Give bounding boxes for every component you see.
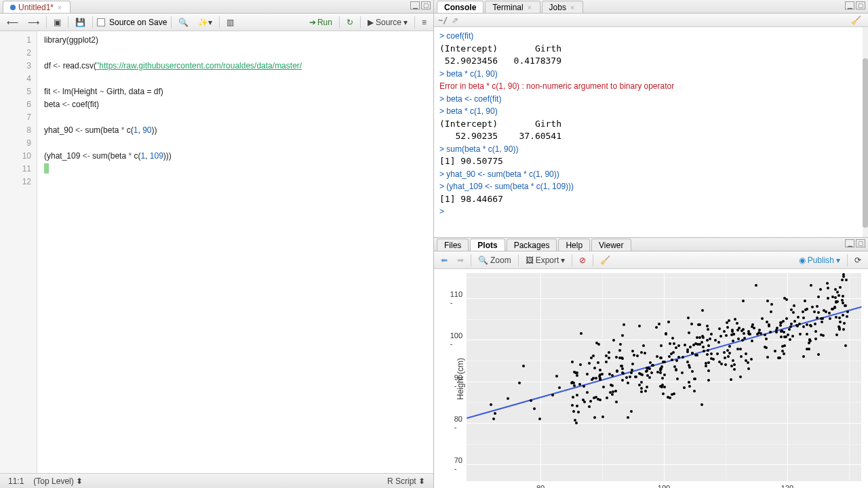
tab-jobs[interactable]: Jobs× <box>542 1 583 13</box>
maximize-pane-icon[interactable]: ▢ <box>421 1 431 9</box>
minimize-pane-icon[interactable]: ▁ <box>845 239 854 247</box>
code-editor[interactable]: 123456789101112 library(ggplot2) df <- r… <box>0 31 433 473</box>
source-label: Source <box>376 18 401 27</box>
editor-toolbar: ⟵ ⟶ ▣ 💾 Source on Save 🔍 ✨▾ ▥ ➔ Run ↻ ▶ … <box>0 14 433 31</box>
tab-viewer[interactable]: Viewer <box>591 239 631 251</box>
tab-packages[interactable]: Packages <box>507 239 557 251</box>
refresh-plot-icon[interactable]: ⟳ <box>852 254 864 266</box>
minimize-pane-icon[interactable]: ▁ <box>845 1 854 9</box>
publish-button[interactable]: ◉ Publish ▾ <box>796 254 843 266</box>
language-selector[interactable]: R Script ⬍ <box>387 476 425 486</box>
close-icon[interactable]: × <box>526 4 533 12</box>
notebook-icon[interactable]: ▥ <box>224 16 237 28</box>
console-tabbar: Console Terminal× Jobs× ▁ ▢ <box>434 0 868 14</box>
run-button[interactable]: ➔ Run <box>307 16 335 28</box>
save-icon[interactable]: 💾 <box>73 16 88 28</box>
source-on-save-checkbox[interactable] <box>97 18 105 26</box>
back-icon[interactable]: ⟵ <box>4 16 21 28</box>
close-icon[interactable]: × <box>569 4 576 12</box>
line-gutter: 123456789101112 <box>0 31 37 473</box>
plot-canvas: Height (cm) 70 -80 -90 -100 -110 -801001… <box>434 269 868 488</box>
run-label: Run <box>317 18 332 27</box>
plot-prev-icon[interactable]: ⬅ <box>438 254 450 266</box>
remove-plot-icon[interactable]: ⊘ <box>576 254 589 266</box>
minimize-pane-icon[interactable]: ▁ <box>410 1 420 9</box>
editor-tab[interactable]: Untitled1* × <box>3 1 71 13</box>
source-button[interactable]: ▶ Source ▾ <box>365 16 410 28</box>
maximize-pane-icon[interactable]: ▢ <box>856 1 865 9</box>
maximize-pane-icon[interactable]: ▢ <box>856 239 865 247</box>
console-toolbar: ~/ ⇗ 🧹 <box>434 14 868 27</box>
cursor-position: 11:1 <box>8 476 24 486</box>
tab-terminal[interactable]: Terminal× <box>485 1 540 13</box>
plot-next-icon[interactable]: ➡ <box>454 254 467 266</box>
tab-console[interactable]: Console <box>437 1 484 13</box>
r-file-icon <box>10 5 16 10</box>
source-on-save-label: Source on Save <box>109 18 167 27</box>
clear-plots-icon[interactable]: 🧹 <box>597 254 613 266</box>
wand-icon[interactable]: ✨▾ <box>195 16 215 28</box>
editor-statusbar: 11:1 (Top Level) ⬍ R Script ⬍ <box>0 473 433 488</box>
tab-plots[interactable]: Plots <box>470 239 505 251</box>
export-button[interactable]: 🖼 Export ▾ <box>523 254 568 266</box>
scrollbar-thumb[interactable] <box>863 58 868 228</box>
scope-selector[interactable]: (Top Level) ⬍ <box>33 476 83 486</box>
wd-popout-icon[interactable]: ⇗ <box>452 16 458 25</box>
show-in-new-window-icon[interactable]: ▣ <box>51 16 64 28</box>
code-area[interactable]: library(ggplot2) df <- read.csv("https:/… <box>37 31 433 473</box>
clear-console-icon[interactable]: 🧹 <box>848 14 864 26</box>
plots-toolbar: ⬅ ➡ 🔍 Zoom 🖼 Export ▾ ⊘ 🧹 ◉ Publish ▾ ⟳ <box>434 251 868 269</box>
tab-files[interactable]: Files <box>437 239 469 251</box>
br-tabbar: Files Plots Packages Help Viewer ▁ ▢ <box>434 238 868 251</box>
outline-icon[interactable]: ≡ <box>419 16 429 28</box>
rerun-icon[interactable]: ↻ <box>344 16 356 28</box>
working-dir: ~/ <box>438 16 448 25</box>
editor-tab-label: Untitled1* <box>18 3 54 12</box>
forward-icon[interactable]: ⟶ <box>25 16 42 28</box>
tab-help[interactable]: Help <box>558 239 590 251</box>
find-icon[interactable]: 🔍 <box>176 16 191 28</box>
close-icon[interactable]: × <box>56 4 63 12</box>
zoom-button[interactable]: 🔍 Zoom <box>475 254 514 266</box>
console-output[interactable]: > coef(fit) (Intercept) Girth 52.9023456… <box>434 27 868 237</box>
editor-tabbar: Untitled1* × ▁ ▢ <box>0 0 433 14</box>
